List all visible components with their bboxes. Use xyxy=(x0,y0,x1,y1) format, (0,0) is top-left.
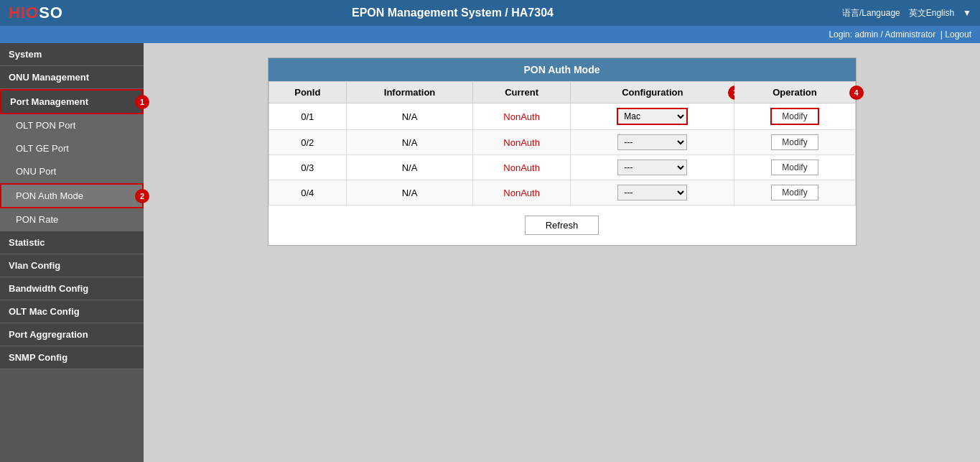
col-current: Current xyxy=(473,82,571,103)
table-row: 0/2N/ANonAuth---MacLoidMacAndLoidModify xyxy=(269,130,855,155)
refresh-area: Refresh xyxy=(269,205,856,245)
cell-current: NonAuth xyxy=(473,155,571,180)
col-ponid: PonId xyxy=(269,82,347,103)
cell-operation: Modify xyxy=(734,155,855,180)
cell-operation: Modify xyxy=(734,180,855,205)
table-row: 0/1N/ANonAuth---MacLoidMacAndLoidModify xyxy=(269,103,855,130)
badge-4: 4 xyxy=(849,86,864,100)
logo: HIOSO xyxy=(9,4,63,22)
sidebar-item-vlan-config[interactable]: Vlan Config xyxy=(0,254,144,277)
sidebar-item-olt-pon-port[interactable]: OLT PON Port xyxy=(0,114,144,137)
language-label: 语言/Language xyxy=(842,7,900,19)
cell-current: NonAuth xyxy=(473,180,571,205)
cell-ponid: 0/1 xyxy=(269,103,347,130)
cell-configuration: ---MacLoidMacAndLoid xyxy=(571,130,734,155)
modify-button[interactable]: Modify xyxy=(771,134,818,150)
cell-operation: Modify xyxy=(734,130,855,155)
col-configuration: Configuration 3 xyxy=(571,82,734,103)
cell-current: NonAuth xyxy=(473,103,571,130)
col-operation: Operation 4 xyxy=(734,82,855,103)
modify-button[interactable]: Modify xyxy=(770,108,818,125)
cell-information: N/A xyxy=(347,130,473,155)
language-value[interactable]: 英文English xyxy=(909,7,954,19)
cell-configuration: ---MacLoidMacAndLoid xyxy=(571,103,734,130)
sidebar-item-pon-auth-mode[interactable]: PON Auth Mode 2 xyxy=(0,183,144,208)
sidebar-item-olt-ge-port[interactable]: OLT GE Port xyxy=(0,137,144,160)
badge-1: 1 xyxy=(135,95,149,109)
sidebar-item-statistic[interactable]: Statistic xyxy=(0,231,144,254)
refresh-button[interactable]: Refresh xyxy=(525,216,599,235)
cell-information: N/A xyxy=(347,103,473,130)
table-header-row: PonId Information Current Configuration … xyxy=(269,82,855,103)
sidebar-item-snmp-config[interactable]: SNMP Config xyxy=(0,346,144,369)
cell-information: N/A xyxy=(347,180,473,205)
badge-2: 2 xyxy=(135,189,149,203)
layout: System ONU Management Port Management 1 … xyxy=(0,43,980,462)
modify-button[interactable]: Modify xyxy=(771,160,818,175)
header-bottom: Login: admin / Administrator | Logout xyxy=(0,26,980,43)
sidebar-item-port-management[interactable]: Port Management 1 xyxy=(0,89,144,114)
table-row: 0/4N/ANonAuth---MacLoidMacAndLoidModify xyxy=(269,180,855,205)
logo-area: HIOSO xyxy=(9,4,63,22)
sidebar-item-port-aggregration[interactable]: Port Aggregration xyxy=(0,323,144,346)
sidebar: System ONU Management Port Management 1 … xyxy=(0,43,144,462)
cell-configuration: ---MacLoidMacAndLoid xyxy=(571,155,734,180)
sidebar-item-pon-rate[interactable]: PON Rate xyxy=(0,208,144,231)
pon-auth-table: PonId Information Current Configuration … xyxy=(269,81,856,205)
cell-configuration: ---MacLoidMacAndLoid xyxy=(571,180,734,205)
modify-button[interactable]: Modify xyxy=(771,185,818,200)
cell-current: NonAuth xyxy=(473,130,571,155)
header-top: HIOSO EPON Management System / HA7304 语言… xyxy=(0,0,980,26)
config-select[interactable]: ---MacLoidMacAndLoid xyxy=(617,160,687,175)
cell-ponid: 0/2 xyxy=(269,130,347,155)
config-select[interactable]: ---MacLoidMacAndLoid xyxy=(617,108,688,125)
language-chevron-icon: ▼ xyxy=(963,8,971,18)
table-container: PON Auth Mode PonId Information Current … xyxy=(268,57,857,246)
cell-information: N/A xyxy=(347,155,473,180)
config-select[interactable]: ---MacLoidMacAndLoid xyxy=(617,134,687,150)
header-right: 语言/Language 英文English ▼ xyxy=(842,7,971,19)
sidebar-item-onu-management[interactable]: ONU Management xyxy=(0,66,144,89)
sidebar-item-olt-mac-config[interactable]: OLT Mac Config xyxy=(0,300,144,323)
login-info: Login: admin / Administrator xyxy=(829,29,935,40)
sidebar-item-system[interactable]: System xyxy=(0,43,144,66)
cell-operation: Modify xyxy=(734,103,855,130)
header-title: EPON Management System / HA7304 xyxy=(63,6,842,19)
main-content: PON Auth Mode PonId Information Current … xyxy=(144,43,980,462)
cell-ponid: 0/3 xyxy=(269,155,347,180)
sidebar-item-onu-port[interactable]: ONU Port xyxy=(0,160,144,183)
config-select[interactable]: ---MacLoidMacAndLoid xyxy=(617,185,687,200)
table-title: PON Auth Mode xyxy=(269,58,856,81)
logout-link[interactable]: | Logout xyxy=(941,29,971,40)
cell-ponid: 0/4 xyxy=(269,180,347,205)
table-row: 0/3N/ANonAuth---MacLoidMacAndLoidModify xyxy=(269,155,855,180)
sidebar-item-bandwidth-config[interactable]: Bandwidth Config xyxy=(0,277,144,300)
col-information: Information xyxy=(347,82,473,103)
